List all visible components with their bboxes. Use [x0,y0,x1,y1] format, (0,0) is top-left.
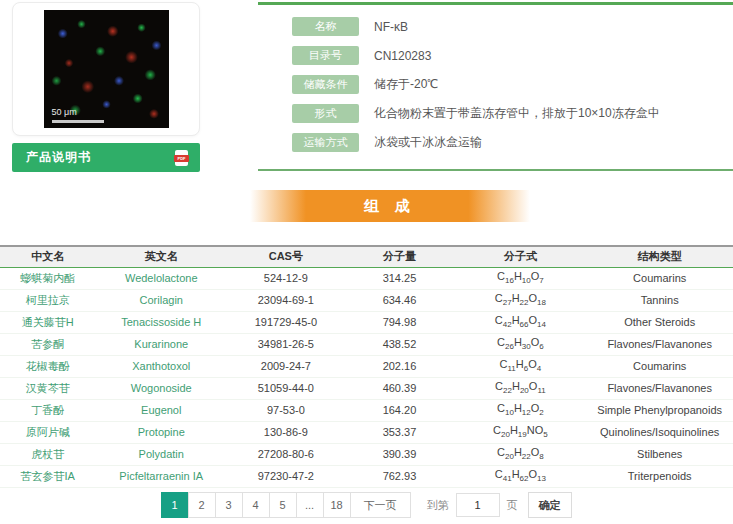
composition-table-header-row: 中文名英文名CAS号分子量分子式结构类型 [0,246,733,267]
info-row: 目录号CN120283 [292,46,733,65]
cell-cas-number: 130-86-9 [227,421,344,443]
cell-english-name: Polydatin [95,443,227,465]
cell-cas-number: 191729-45-0 [227,311,344,333]
info-value: 冰袋或干冰冰盒运输 [374,134,482,151]
product-page: 50 μm 产品说明书 PDF 名称NF-κB目录号CN120283储藏条件储存… [0,0,733,524]
info-label: 运输方式 [292,133,359,152]
cell-chinese-name: 丁香酚 [0,399,95,421]
info-label: 储藏条件 [292,75,359,94]
cell-structure-type: Flavones/Flavanones [586,333,733,355]
column-header: 中文名 [0,246,95,267]
page-ellipsis: ... [296,492,324,518]
cell-molecular-formula: C20H22O8 [454,443,586,465]
cell-chinese-name: 蟛蜞菊内酯 [0,267,95,289]
cell-english-name: Corilagin [95,289,227,311]
info-label: 名称 [292,17,359,36]
cell-molecular-weight: 314.25 [344,267,454,289]
cell-chinese-name: 原阿片碱 [0,421,95,443]
cell-molecular-weight: 634.46 [344,289,454,311]
cell-structure-type: Stilbenes [586,443,733,465]
table-row: 原阿片碱Protopine130-86-9353.37C20H19NO5Quin… [0,421,733,443]
cell-structure-type: Other Steroids [586,311,733,333]
next-page-button[interactable]: 下一页 [350,492,411,518]
product-manual-button[interactable]: 产品说明书 PDF [12,143,200,172]
column-header: 分子式 [454,246,586,267]
cell-chinese-name: 柯里拉京 [0,289,95,311]
column-header: 英文名 [95,246,227,267]
cell-english-name: Xanthotoxol [95,355,227,377]
cell-chinese-name: 苦玄参苷IA [0,465,95,487]
cell-structure-type: Quinolines/Isoquinolines [586,421,733,443]
info-row: 形式化合物粉末置于带盖冻存管中，排放于10×10冻存盒中 [292,104,733,123]
cell-english-name: Picfeltarraenin IA [95,465,227,487]
cell-chinese-name: 苦参酮 [0,333,95,355]
column-header: 结构类型 [586,246,733,267]
pagination: 12345...18下一页到第页确定 [0,492,733,518]
cell-molecular-formula: C26H30O6 [454,333,586,355]
goto-page-prefix: 到第 [427,498,449,513]
cell-structure-type: Triterpenoids [586,465,733,487]
scale-bar-line [52,120,104,123]
goto-page-input[interactable] [456,493,500,517]
cell-molecular-weight: 460.39 [344,377,454,399]
table-row: 蟛蜞菊内酯Wedelolactone524-12-9314.25C16H10O7… [0,267,733,289]
product-info-rows: 名称NF-κB目录号CN120283储藏条件储存于-20℃形式化合物粉末置于带盖… [258,17,733,152]
table-row: 通关藤苷HTenacissoside H191729-45-0794.98C42… [0,311,733,333]
page-button-3[interactable]: 3 [215,492,243,518]
cell-molecular-formula: C42H66O14 [454,311,586,333]
info-value: 化合物粉末置于带盖冻存管中，排放于10×10冻存盒中 [374,105,660,122]
table-row: 虎杖苷Polydatin27208-80-6390.39C20H22O8Stil… [0,443,733,465]
product-media-column: 50 μm 产品说明书 PDF [12,2,200,172]
cell-cas-number: 2009-24-7 [227,355,344,377]
cell-molecular-weight: 762.93 [344,465,454,487]
pdf-badge: PDF [174,155,189,162]
cell-structure-type: Tannins [586,289,733,311]
cell-english-name: Wedelolactone [95,267,227,289]
cell-molecular-formula: C11H6O4 [454,355,586,377]
info-value: 储存于-20℃ [374,76,438,93]
cell-chinese-name: 花椒毒酚 [0,355,95,377]
cell-english-name: Wogonoside [95,377,227,399]
product-info-panel: 名称NF-κB目录号CN120283储藏条件储存于-20℃形式化合物粉末置于带盖… [258,2,733,171]
cell-molecular-formula: C20H19NO5 [454,421,586,443]
page-button-18[interactable]: 18 [323,492,351,518]
page-button-5[interactable]: 5 [269,492,297,518]
info-row: 运输方式冰袋或干冰冰盒运输 [292,133,733,152]
cell-molecular-weight: 438.52 [344,333,454,355]
cell-chinese-name: 汉黄芩苷 [0,377,95,399]
cell-cas-number: 51059-44-0 [227,377,344,399]
table-row: 汉黄芩苷Wogonoside51059-44-0460.39C22H20O11F… [0,377,733,399]
cell-molecular-weight: 390.39 [344,443,454,465]
scale-label: 50 μm [52,107,77,117]
table-row: 丁香酚Eugenol97-53-0164.20C10H12O2Simple Ph… [0,399,733,421]
cell-structure-type: Flavones/Flavanones [586,377,733,399]
info-value: NF-κB [374,20,408,34]
cell-english-name: Eugenol [95,399,227,421]
cell-english-name: Kurarinone [95,333,227,355]
page-button-4[interactable]: 4 [242,492,270,518]
composition-section-header: 组 成 [250,190,530,222]
cell-structure-type: Coumarins [586,355,733,377]
cell-molecular-weight: 353.37 [344,421,454,443]
section-title: 组 成 [364,197,416,216]
column-header: CAS号 [227,246,344,267]
scale-bar: 50 μm [52,101,104,123]
cell-chinese-name: 通关藤苷H [0,311,95,333]
page-button-1[interactable]: 1 [161,492,189,518]
table-row: 花椒毒酚Xanthotoxol2009-24-7202.16C11H6O4Cou… [0,355,733,377]
info-row: 名称NF-κB [292,17,733,36]
cell-molecular-formula: C10H12O2 [454,399,586,421]
info-label: 目录号 [292,46,359,65]
cell-english-name: Tenacissoside H [95,311,227,333]
confirm-button[interactable]: 确定 [528,492,572,518]
cell-english-name: Protopine [95,421,227,443]
info-label: 形式 [292,104,359,123]
cell-molecular-formula: C16H10O7 [454,267,586,289]
cell-molecular-weight: 202.16 [344,355,454,377]
table-row: 苦参酮Kurarinone34981-26-5438.52C26H30O6Fla… [0,333,733,355]
cell-molecular-formula: C22H20O11 [454,377,586,399]
product-image-card: 50 μm [12,2,200,136]
cell-structure-type: Simple Phenylpropanoids [586,399,733,421]
cell-cas-number: 97230-47-2 [227,465,344,487]
page-button-2[interactable]: 2 [188,492,216,518]
